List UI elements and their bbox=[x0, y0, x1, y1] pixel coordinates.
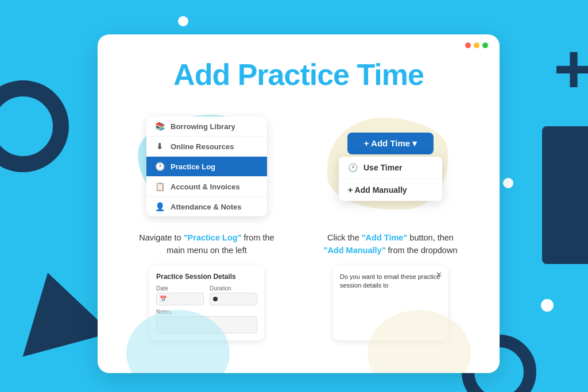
main-heading: Add Practice Time bbox=[121, 57, 477, 92]
triangle-left bbox=[3, 261, 111, 357]
email-preview-text: Do you want to email these practice sess… bbox=[340, 273, 441, 290]
form-title: Practice Session Details bbox=[156, 273, 257, 281]
page-title: Add Practice Time bbox=[121, 57, 477, 92]
sidebar-item-account-invoices[interactable]: 📋 Account & Invoices bbox=[146, 177, 267, 197]
add-time-widget: + Add Time ▾ 🕐 Use Timer + Add Manually bbox=[339, 133, 442, 201]
add-manually-label: + Add Manually bbox=[348, 185, 407, 195]
right-desc-after: from the dropdown bbox=[388, 246, 458, 255]
add-time-dropdown: 🕐 Use Timer + Add Manually bbox=[339, 157, 442, 201]
add-time-highlight: "Add Time" bbox=[362, 233, 408, 242]
dot-bottom-right bbox=[541, 299, 554, 312]
account-invoices-label: Account & Invoices bbox=[171, 183, 240, 191]
date-label: Date bbox=[156, 285, 204, 292]
circle-outline-left bbox=[0, 80, 69, 172]
minimize-dot bbox=[474, 42, 479, 48]
timer-icon: 🕐 bbox=[348, 163, 358, 172]
person-icon: 👤 bbox=[154, 202, 165, 211]
two-column-layout: 📚 Borrowing Library ⬇ Online Resources 🕐… bbox=[121, 109, 477, 257]
duration-label: Duration bbox=[210, 285, 257, 292]
download-icon: ⬇ bbox=[154, 142, 165, 151]
right-description: Click the "Add Time" button, then "Add M… bbox=[322, 232, 459, 257]
bottom-row: Practice Session Details Date 📅 Duration… bbox=[121, 266, 477, 340]
left-column: 📚 Borrowing Library ⬇ Online Resources 🕐… bbox=[123, 109, 290, 257]
use-timer-option[interactable]: 🕐 Use Timer bbox=[339, 157, 442, 179]
dropdown-blob-container: + Add Time ▾ 🕐 Use Timer + Add Manually bbox=[316, 109, 465, 224]
menu-panel: 📚 Borrowing Library ⬇ Online Resources 🕐… bbox=[146, 117, 267, 216]
right-desc-middle: button, then bbox=[409, 233, 454, 242]
menu-blob-container: 📚 Borrowing Library ⬇ Online Resources 🕐… bbox=[132, 109, 281, 224]
right-column: + Add Time ▾ 🕐 Use Timer + Add Manually … bbox=[307, 109, 474, 257]
practice-log-highlight: "Practice Log" bbox=[184, 233, 242, 242]
online-resources-label: Online Resources bbox=[171, 142, 234, 151]
bar-right bbox=[542, 126, 588, 264]
use-timer-label: Use Timer bbox=[363, 163, 402, 172]
main-card: Add Practice Time 📚 Borrowing Library ⬇ … bbox=[98, 34, 500, 373]
left-description: Navigate to "Practice Log" from the main… bbox=[138, 232, 276, 257]
dot-right bbox=[503, 178, 513, 188]
invoice-icon: 📋 bbox=[154, 182, 165, 191]
duration-input[interactable] bbox=[210, 293, 257, 305]
close-icon[interactable]: ✕ bbox=[436, 270, 442, 279]
add-time-button[interactable]: + Add Time ▾ bbox=[347, 133, 434, 154]
sidebar-item-online-resources[interactable]: ⬇ Online Resources bbox=[146, 137, 267, 157]
attendance-notes-label: Attendance & Notes bbox=[171, 203, 242, 211]
sidebar-item-borrowing-library[interactable]: 📚 Borrowing Library bbox=[146, 117, 267, 137]
duration-dot-icon bbox=[213, 297, 218, 301]
add-manually-option[interactable]: + Add Manually bbox=[339, 179, 442, 201]
calendar-icon: 📅 bbox=[160, 296, 167, 302]
close-dot bbox=[465, 42, 471, 48]
book-icon: 📚 bbox=[154, 122, 165, 131]
sidebar-item-attendance-notes[interactable]: 👤 Attendance & Notes bbox=[146, 197, 267, 216]
add-manually-highlight: "Add Manually" bbox=[324, 246, 386, 255]
date-input[interactable]: 📅 bbox=[156, 293, 204, 305]
window-controls bbox=[465, 42, 488, 48]
maximize-dot bbox=[482, 42, 488, 48]
dot-top-center bbox=[178, 16, 188, 26]
practice-log-label: Practice Log bbox=[171, 162, 215, 171]
duration-field[interactable]: Duration bbox=[210, 285, 257, 305]
plus-icon-right: + bbox=[554, 34, 588, 103]
form-date-duration-row: Date 📅 Duration bbox=[156, 285, 257, 305]
clock-icon: 🕐 bbox=[154, 162, 165, 171]
sidebar-item-practice-log[interactable]: 🕐 Practice Log bbox=[146, 157, 267, 177]
date-field[interactable]: Date 📅 bbox=[156, 285, 204, 305]
borrowing-library-label: Borrowing Library bbox=[171, 122, 235, 131]
